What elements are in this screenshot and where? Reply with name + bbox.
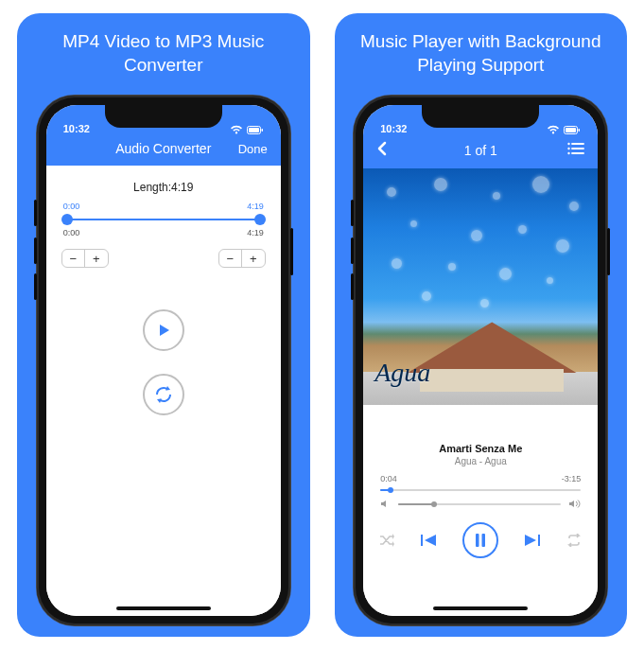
convert-button[interactable] xyxy=(143,374,184,415)
start-decrement[interactable]: − xyxy=(62,250,85,267)
panel-title: MP4 Video to MP3 Music Converter xyxy=(30,30,297,77)
chevron-left-icon xyxy=(376,141,388,156)
trim-start-handle[interactable] xyxy=(61,214,73,225)
volume-slider[interactable] xyxy=(398,503,561,505)
trim-slider[interactable]: 0:00 4:19 0:00 4:19 xyxy=(61,202,266,237)
end-decrement[interactable]: − xyxy=(219,250,242,267)
artist-line: Agua - Agua xyxy=(363,456,598,466)
home-indicator[interactable] xyxy=(433,606,528,610)
wifi-icon xyxy=(230,125,243,134)
start-increment[interactable]: + xyxy=(85,250,108,267)
promo-panel-player: Music Player with Background Playing Sup… xyxy=(335,13,628,637)
wifi-icon xyxy=(547,125,560,134)
svg-rect-1 xyxy=(249,128,259,132)
trim-end-label: 4:19 xyxy=(247,202,264,211)
status-right xyxy=(230,125,264,134)
shuffle-icon[interactable] xyxy=(379,534,394,547)
trim-end-time: 4:19 xyxy=(247,228,264,237)
trim-start-time: 0:00 xyxy=(63,228,80,237)
album-wall xyxy=(420,369,564,392)
player-body: Agua Amarti Senza Me Agua - Agua 0:04 -3… xyxy=(363,168,598,616)
list-icon xyxy=(567,142,584,155)
done-button[interactable]: Done xyxy=(224,142,268,156)
track-meta: Amarti Senza Me Agua - Agua xyxy=(363,443,598,466)
time-elapsed: 0:04 xyxy=(380,474,397,483)
end-increment[interactable]: + xyxy=(242,250,265,267)
progress-slider[interactable] xyxy=(380,485,581,495)
list-button[interactable] xyxy=(541,142,584,158)
status-time: 10:32 xyxy=(380,123,407,134)
phone-screen: 10:32 1 of 1 xyxy=(363,105,598,616)
home-indicator[interactable] xyxy=(116,606,211,610)
previous-button[interactable] xyxy=(419,533,438,548)
nav-title: Audio Converter xyxy=(103,141,224,156)
battery-icon xyxy=(564,126,581,134)
panel-title: Music Player with Background Playing Sup… xyxy=(348,30,615,77)
back-button[interactable] xyxy=(376,141,420,159)
svg-point-6 xyxy=(568,143,570,145)
volume-high-icon xyxy=(568,499,581,509)
volume-low-icon xyxy=(380,499,391,509)
next-button[interactable] xyxy=(523,533,542,548)
svg-rect-4 xyxy=(566,128,576,132)
phone-mock-player: 10:32 1 of 1 xyxy=(354,96,607,625)
repeat-icon[interactable] xyxy=(566,534,582,547)
end-stepper[interactable]: − + xyxy=(218,249,266,268)
nav-bar: Audio Converter Done xyxy=(46,137,281,166)
transport-controls xyxy=(363,522,598,558)
album-art: Agua xyxy=(363,168,598,405)
svg-point-8 xyxy=(568,152,570,154)
phone-screen: 10:32 Audio Converter Done Length:4:19 0… xyxy=(46,105,281,616)
notch xyxy=(422,105,539,128)
status-time: 10:32 xyxy=(63,123,90,134)
refresh-icon xyxy=(153,384,174,405)
svg-rect-9 xyxy=(476,534,479,547)
phone-mock-converter: 10:32 Audio Converter Done Length:4:19 0… xyxy=(37,96,290,625)
nav-title: 1 of 1 xyxy=(420,143,541,158)
pause-button[interactable] xyxy=(462,522,498,558)
battery-icon xyxy=(247,126,264,134)
start-stepper[interactable]: − + xyxy=(61,249,109,268)
time-remaining: -3:15 xyxy=(562,474,582,483)
progress-area: 0:04 -3:15 xyxy=(363,466,598,495)
length-label: Length:4:19 xyxy=(133,181,193,194)
song-title: Amarti Senza Me xyxy=(363,443,598,454)
play-button[interactable] xyxy=(143,309,184,351)
pause-icon xyxy=(474,533,487,548)
promo-panel-converter: MP4 Video to MP3 Music Converter 10:32 A… xyxy=(17,13,310,637)
volume-row xyxy=(363,495,598,509)
svg-rect-2 xyxy=(261,129,263,132)
play-icon xyxy=(154,321,173,340)
notch xyxy=(105,105,222,128)
converter-body: Length:4:19 0:00 4:19 0:00 4:19 xyxy=(46,166,281,616)
nav-bar: 1 of 1 xyxy=(363,137,598,168)
album-title-text: Agua xyxy=(374,358,430,388)
trim-end-handle[interactable] xyxy=(254,214,266,225)
trim-start-label: 0:00 xyxy=(63,202,80,211)
status-right xyxy=(547,125,581,134)
svg-rect-10 xyxy=(482,534,486,547)
svg-point-7 xyxy=(568,148,570,149)
svg-rect-5 xyxy=(579,129,581,132)
